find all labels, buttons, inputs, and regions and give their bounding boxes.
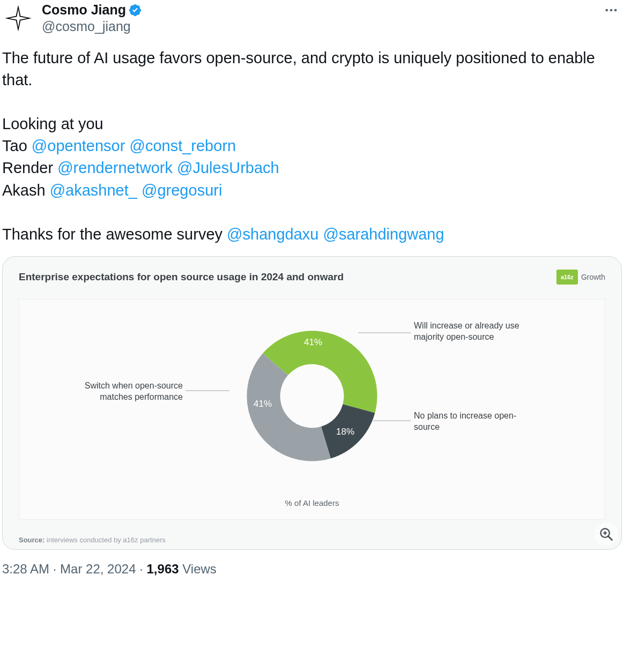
more-options-button[interactable] bbox=[600, 2, 622, 18]
mention-sarahdingwang[interactable]: @sarahdingwang bbox=[323, 226, 444, 243]
tweet-header: Cosmo Jiang @cosmo_jiang bbox=[2, 2, 622, 35]
zoom-in-icon bbox=[599, 527, 614, 542]
avatar[interactable] bbox=[2, 2, 34, 34]
svg-marker-1 bbox=[9, 9, 28, 28]
views-label: Views bbox=[179, 562, 217, 576]
chart-title: Enterprise expectations for open source … bbox=[19, 271, 605, 284]
callout-grey: Switch when open-source matches performa… bbox=[76, 380, 183, 403]
callout-dark: No plans to increase open-source bbox=[414, 410, 521, 433]
mention-shangdaxu[interactable]: @shangdaxu bbox=[227, 226, 318, 243]
chart-xaxis-label: % of AI leaders bbox=[285, 498, 339, 507]
avatar-star-icon bbox=[4, 4, 33, 33]
thanks-prefix: Thanks for the awesome survey bbox=[2, 226, 227, 243]
svg-point-2 bbox=[606, 9, 608, 12]
tao-prefix: Tao bbox=[2, 137, 32, 154]
mention-const-reborn[interactable]: @const_reborn bbox=[129, 137, 236, 154]
akash-prefix: Akash bbox=[2, 182, 50, 199]
mention-rendernetwork[interactable]: @rendernetwork bbox=[57, 159, 173, 176]
svg-point-3 bbox=[610, 9, 613, 12]
display-name[interactable]: Cosmo Jiang bbox=[42, 2, 126, 18]
tweet-time[interactable]: 3:28 AM bbox=[2, 562, 49, 576]
tweet-container: Cosmo Jiang @cosmo_jiang The future of A… bbox=[0, 0, 624, 577]
embedded-image-card[interactable]: Enterprise expectations for open source … bbox=[2, 256, 622, 550]
tweet-body: The future of AI usage favors open-sourc… bbox=[2, 47, 622, 246]
brand-badge: a16z Growth bbox=[556, 270, 605, 285]
chart-panel: 41% 41% 18% Will increase or already use… bbox=[19, 299, 605, 520]
mention-opentensor[interactable]: @opentensor bbox=[32, 137, 125, 154]
body-line1: The future of AI usage favors open-sourc… bbox=[2, 49, 599, 88]
source-text: interviews conducted by a16z partners bbox=[44, 536, 165, 544]
render-prefix: Render bbox=[2, 159, 57, 176]
tweet-date[interactable]: Mar 22, 2024 bbox=[60, 562, 136, 576]
zoom-button[interactable] bbox=[595, 522, 618, 546]
tweet-meta: 3:28 AM · Mar 22, 2024 · 1,963 Views bbox=[2, 562, 622, 577]
author-handle[interactable]: @cosmo_jiang bbox=[42, 18, 600, 35]
more-horizontal-icon bbox=[604, 3, 619, 18]
verified-badge-icon bbox=[128, 3, 142, 17]
brand-box: a16z bbox=[556, 270, 578, 285]
chart-source: Source: interviews conducted by a16z par… bbox=[19, 536, 166, 544]
brand-text: Growth bbox=[581, 273, 605, 281]
source-label: Source: bbox=[19, 536, 44, 544]
mention-akashnet[interactable]: @akashnet_ bbox=[50, 182, 137, 199]
mention-julesurbach[interactable]: @JulesUrbach bbox=[177, 159, 279, 176]
body-line2: Looking at you bbox=[2, 115, 103, 132]
svg-line-6 bbox=[608, 536, 612, 540]
mention-gregosuri[interactable]: @gregosuri bbox=[142, 182, 222, 199]
author-names: Cosmo Jiang @cosmo_jiang bbox=[42, 2, 600, 35]
views-count[interactable]: 1,963 bbox=[147, 562, 179, 576]
callout-green: Will increase or already use majority op… bbox=[414, 320, 521, 343]
svg-point-4 bbox=[614, 9, 617, 12]
